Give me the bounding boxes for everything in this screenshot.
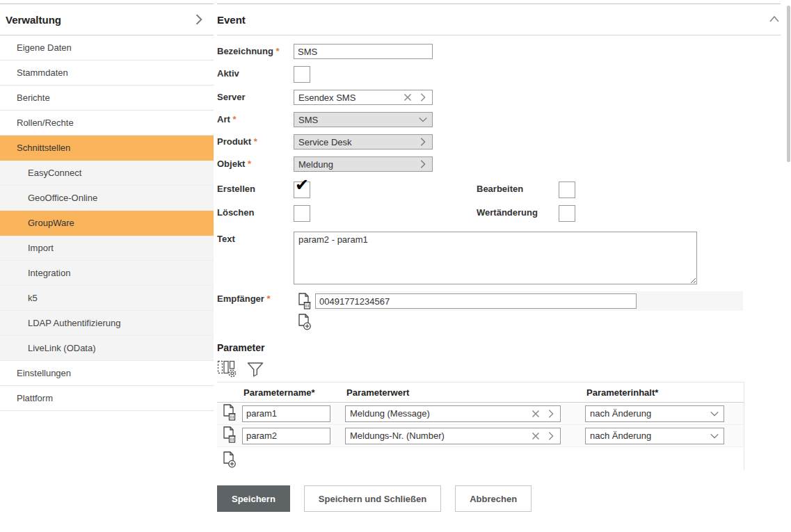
art-select[interactable]: SMS — [294, 112, 433, 127]
erstellen-bearbeiten-row: Erstellen ✔ Bearbeiten — [217, 182, 781, 198]
bearbeiten-checkbox[interactable] — [559, 182, 575, 198]
text-row: Text param2 - param1 — [217, 232, 781, 284]
event-section-header: Event — [217, 3, 781, 35]
chevron-right-icon — [193, 13, 205, 26]
clear-icon[interactable] — [401, 91, 414, 104]
app-window: Verwaltung Eigene Daten Stammdaten Beric… — [0, 3, 791, 532]
action-buttons: Speichern Speichern und Schließen Abbrec… — [217, 485, 781, 512]
empfaenger-input[interactable] — [315, 293, 637, 309]
filter-button[interactable] — [246, 361, 264, 378]
chevron-right-icon[interactable] — [545, 408, 557, 420]
chevron-right-icon[interactable] — [417, 136, 429, 148]
sidebar-item-label: Eigene Daten — [17, 42, 72, 53]
sidebar-item-berichte[interactable]: Berichte — [0, 86, 214, 111]
clear-icon[interactable] — [529, 408, 542, 420]
chevron-down-icon[interactable] — [417, 113, 429, 126]
bezeichnung-input[interactable] — [294, 44, 433, 59]
chevron-right-icon[interactable] — [417, 91, 429, 104]
parameterinhalt-header: Parameterinhalt* — [582, 387, 744, 398]
sidebar-item-eigene-daten[interactable]: Eigene Daten — [0, 35, 214, 61]
parameterwert-lookup-field[interactable]: Meldung (Message) — [345, 405, 561, 422]
parametername-input[interactable] — [242, 405, 330, 422]
cancel-button[interactable]: Abbrechen — [455, 485, 532, 512]
chevron-right-icon[interactable] — [417, 158, 429, 170]
empfaenger-controls — [294, 291, 743, 311]
row-actions — [217, 404, 239, 423]
produkt-row: Produkt * Service Desk — [217, 134, 781, 150]
bezeichnung-row: Bezeichnung * — [217, 44, 781, 59]
sidebar-item-stammdaten[interactable]: Stammdaten — [0, 61, 214, 86]
parameterwert-value: Meldung (Message) — [350, 408, 527, 419]
bezeichnung-label: Bezeichnung * — [217, 44, 294, 56]
sidebar-item-rollen-rechte[interactable]: Rollen/Rechte — [0, 111, 214, 136]
chevron-down-icon[interactable] — [708, 430, 721, 442]
sidebar-item-label: GroupWare — [28, 218, 74, 228]
document-trash-icon — [223, 404, 237, 421]
document-add-icon — [298, 314, 312, 330]
parameterinhalt-select[interactable]: nach Änderung — [585, 428, 724, 444]
sidebar-item-import[interactable]: Import — [0, 236, 214, 261]
erstellen-checkbox[interactable]: ✔ — [294, 182, 310, 198]
empfaenger-remove-button[interactable] — [298, 293, 312, 309]
objekt-lookup-field[interactable]: Meldung — [294, 156, 433, 172]
sidebar-nav: Eigene Daten Stammdaten Berichte Rollen/… — [0, 35, 214, 411]
produkt-lookup-field[interactable]: Service Desk — [294, 134, 433, 150]
parameter-table: Parametername* Parameterwert Parameterin… — [217, 382, 744, 470]
sidebar-item-easyconnect[interactable]: EasyConnect — [0, 161, 214, 186]
main-panel: Event Bezeichnung * Aktiv Server Esendex… — [214, 3, 791, 532]
parametername-input[interactable] — [242, 428, 330, 444]
sidebar-header[interactable]: Verwaltung — [0, 3, 214, 35]
parameter-row: Meldung (Message) nach Änderung — [217, 403, 744, 425]
sidebar-item-ldap-authentifizierung[interactable]: LDAP Authentifizierung — [0, 311, 214, 336]
objekt-value: Meldung — [298, 159, 414, 170]
parameterwert-lookup-field[interactable]: Meldungs-Nr. (Number) — [345, 428, 561, 444]
parameterinhalt-select[interactable]: nach Änderung — [585, 405, 724, 422]
event-form: Bezeichnung * Aktiv Server Esendex SMS — [217, 35, 781, 512]
save-button[interactable]: Speichern — [217, 485, 290, 512]
text-label: Text — [217, 232, 294, 244]
save-and-close-button[interactable]: Speichern und Schließen — [304, 485, 441, 512]
sidebar-item-label: EasyConnect — [28, 168, 81, 178]
server-value: Esendex SMS — [298, 92, 399, 103]
row-actions — [217, 426, 239, 445]
chevron-down-icon[interactable] — [708, 408, 721, 420]
empfaenger-add-button[interactable] — [298, 314, 312, 330]
sidebar-item-groupware[interactable]: GroupWare — [0, 211, 214, 236]
page-title: Event — [217, 14, 246, 26]
sidebar-item-label: Integration — [28, 268, 70, 278]
sidebar-item-geooffice-online[interactable]: GeoOffice-Online — [0, 186, 214, 211]
loeschen-checkbox[interactable] — [294, 205, 310, 222]
collapse-section-button[interactable] — [768, 14, 781, 25]
loeschen-label: Löschen — [217, 205, 294, 218]
sidebar-item-schnittstellen[interactable]: Schnittstellen — [0, 136, 214, 161]
column-settings-button[interactable] — [217, 360, 237, 378]
wertaenderung-checkbox[interactable] — [559, 205, 575, 222]
parameter-row: Meldungs-Nr. (Number) nach Änderung — [217, 425, 744, 447]
server-lookup-field[interactable]: Esendex SMS — [294, 90, 433, 105]
sidebar-item-label: Berichte — [17, 92, 50, 103]
scrollbar-thumb[interactable] — [787, 6, 790, 162]
objekt-label: Objekt * — [217, 156, 294, 169]
erstellen-label: Erstellen — [217, 182, 294, 194]
column-settings-icon — [217, 360, 237, 378]
sidebar-item-einstellungen[interactable]: Einstellungen — [0, 361, 214, 386]
sidebar-item-k5[interactable]: k5 — [0, 286, 214, 311]
row-delete-button[interactable] — [223, 426, 237, 443]
chevron-right-icon[interactable] — [545, 430, 557, 442]
aktiv-row: Aktiv — [217, 66, 781, 83]
sidebar-item-integration[interactable]: Integration — [0, 261, 214, 286]
clear-icon[interactable] — [529, 430, 542, 442]
aktiv-checkbox[interactable] — [294, 66, 310, 83]
sidebar-item-label: k5 — [28, 293, 38, 303]
row-delete-button[interactable] — [223, 404, 237, 421]
parameter-add-button[interactable] — [223, 451, 237, 468]
parameterwert-value: Meldungs-Nr. (Number) — [350, 430, 527, 441]
document-trash-icon — [223, 426, 237, 443]
bearbeiten-label: Bearbeiten — [477, 182, 559, 194]
text-textarea[interactable]: param2 - param1 — [294, 232, 697, 284]
sidebar-item-label: Rollen/Rechte — [17, 118, 74, 128]
checkmark: ✔ — [295, 177, 309, 193]
sidebar-item-livelink-odata[interactable]: LiveLink (OData) — [0, 336, 214, 361]
sidebar-item-plattform[interactable]: Plattform — [0, 386, 214, 411]
scrollbar-track[interactable] — [785, 3, 791, 529]
